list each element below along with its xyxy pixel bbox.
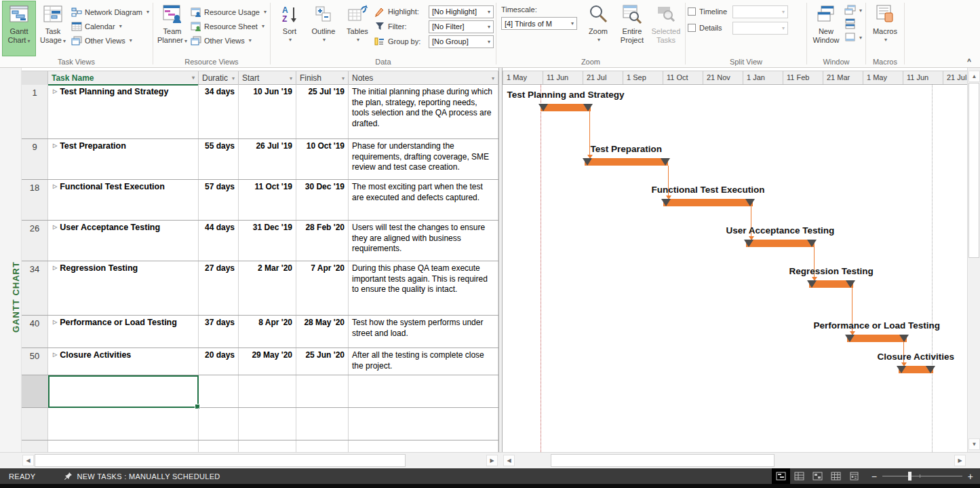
start-cell[interactable]: 10 Jun '19: [239, 85, 296, 138]
gantt-summary-bar[interactable]: [746, 240, 815, 247]
start-cell[interactable]: 8 Apr '20: [239, 316, 296, 348]
task-name-cell[interactable]: ▷Functional Test Execution: [48, 180, 199, 220]
resource-sheet-button[interactable]: Resource Sheet▾: [189, 19, 268, 33]
empty-cell[interactable]: [239, 408, 296, 440]
empty-cell[interactable]: [239, 440, 296, 452]
zoom-button[interactable]: Zoom ▾: [581, 1, 615, 56]
tables-button[interactable]: Tables ▾: [340, 1, 374, 56]
gantt-view-button[interactable]: [772, 468, 790, 484]
zoom-out-icon[interactable]: −: [871, 473, 877, 480]
notes-cell[interactable]: The most exciting part when the test are…: [349, 180, 498, 220]
task-name-cell[interactable]: ▷Closure Activities: [48, 348, 199, 375]
table-scroll-thumb[interactable]: [35, 454, 406, 467]
finish-cell[interactable]: 28 May '20: [296, 316, 349, 348]
sheet-view-button[interactable]: [827, 468, 845, 484]
zoom-in-icon[interactable]: +: [968, 473, 973, 480]
empty-cell[interactable]: [48, 440, 199, 452]
empty-cell[interactable]: [296, 375, 349, 407]
duration-cell[interactable]: 20 days: [199, 348, 239, 375]
task-usage-button[interactable]: Task Usage▾: [36, 1, 70, 56]
new-window-button[interactable]: New Window: [809, 1, 843, 56]
duration-cell[interactable]: 57 days: [199, 180, 239, 220]
empty-cell[interactable]: [199, 375, 239, 407]
column-header-duratic[interactable]: Duratic▾: [199, 71, 239, 85]
finish-cell[interactable]: 25 Jun '20: [296, 348, 349, 375]
filter-arrow-icon[interactable]: ▾: [192, 75, 195, 81]
gantt-summary-bar[interactable]: [541, 104, 591, 111]
row-number[interactable]: 40: [22, 316, 48, 348]
empty-cell[interactable]: [349, 440, 498, 452]
task-name-cell[interactable]: ▷User Acceptance Testing: [48, 221, 199, 261]
sort-button[interactable]: AZ Sort ▾: [273, 1, 307, 56]
filter-select[interactable]: [No Filter]▾: [429, 20, 494, 33]
vertical-scroll-thumb[interactable]: [968, 83, 979, 258]
finish-cell[interactable]: 30 Dec '19: [296, 180, 349, 220]
notes-cell[interactable]: Users will test the changes to ensure th…: [349, 221, 498, 261]
outline-button[interactable]: Outline ▾: [307, 1, 340, 56]
duration-cell[interactable]: 27 days: [199, 261, 239, 315]
switch-windows-button[interactable]: ▾: [843, 3, 863, 17]
duration-cell[interactable]: 44 days: [199, 221, 239, 261]
task-name-cell[interactable]: ▷Test Planning and Strategy: [48, 85, 199, 138]
filter-arrow-icon[interactable]: ▾: [342, 75, 345, 81]
status-ready[interactable]: READY: [9, 472, 35, 481]
filter-arrow-icon[interactable]: ▾: [232, 75, 235, 81]
notes-cell[interactable]: The initial planning phase during which …: [349, 85, 498, 138]
arrange-all-button[interactable]: [843, 17, 863, 31]
column-header-task-name[interactable]: Task Name▾: [48, 71, 199, 86]
gantt-summary-bar[interactable]: [847, 335, 907, 342]
finish-cell[interactable]: 25 Jul '19: [296, 85, 349, 138]
row-number[interactable]: 26: [22, 221, 48, 261]
gantt-scroll-thumb[interactable]: [551, 454, 775, 467]
notes-cell[interactable]: Phase for understanding the requirements…: [349, 139, 498, 179]
empty-cell[interactable]: [48, 408, 199, 440]
macros-button[interactable]: Macros ▾: [868, 1, 902, 56]
row-number[interactable]: 9: [22, 139, 48, 179]
filter-arrow-icon[interactable]: ▾: [492, 75, 494, 81]
notes-cell[interactable]: Test how the system performs under stree…: [349, 316, 498, 348]
selected-tasks-button[interactable]: Selected Tasks: [649, 1, 683, 56]
expand-triangle-icon[interactable]: ▷: [53, 319, 57, 325]
report-view-button[interactable]: [845, 468, 863, 484]
duration-cell[interactable]: 55 days: [199, 139, 239, 179]
start-cell[interactable]: 26 Jul '19: [239, 139, 296, 179]
row-number[interactable]: [22, 408, 48, 440]
filter-arrow-icon[interactable]: ▾: [290, 75, 292, 81]
expand-triangle-icon[interactable]: ▷: [53, 143, 57, 149]
expand-triangle-icon[interactable]: ▷: [53, 265, 57, 271]
zoom-slider-track[interactable]: [882, 476, 962, 476]
team-planner-button[interactable]: Team Planner▾: [155, 1, 189, 56]
finish-cell[interactable]: 10 Oct '19: [296, 139, 349, 179]
empty-cell[interactable]: [296, 440, 349, 452]
gantt-summary-bar[interactable]: [899, 366, 933, 373]
scroll-up-button[interactable]: ▲: [968, 71, 980, 82]
zoom-slider[interactable]: − +: [871, 473, 973, 480]
row-number[interactable]: 50: [22, 348, 48, 375]
details-checkbox[interactable]: Details: [688, 20, 727, 36]
gantt-chart-button[interactable]: Gantt Chart▾: [2, 1, 36, 56]
table-scroll-left-button[interactable]: ◀: [22, 455, 34, 466]
expand-triangle-icon[interactable]: ▷: [53, 224, 57, 230]
row-number[interactable]: [22, 440, 48, 452]
resource-other-views-button[interactable]: Other Views▾: [189, 33, 268, 48]
hide-window-button[interactable]: ▾: [843, 31, 863, 44]
task-name-cell[interactable]: ▷Performance or Load Testing: [48, 316, 199, 348]
start-cell[interactable]: 11 Oct '19: [239, 180, 296, 220]
duration-cell[interactable]: 37 days: [199, 316, 239, 348]
timeline-view-select[interactable]: ▾: [732, 5, 788, 18]
select-all-corner[interactable]: [22, 71, 48, 85]
resource-usage-button[interactable]: Resource Usage▾: [189, 5, 268, 19]
notes-cell[interactable]: After all the testing is complete close …: [349, 348, 498, 375]
gantt-scroll-left-button[interactable]: ◀: [503, 455, 515, 466]
scroll-down-button[interactable]: ▼: [968, 438, 980, 450]
notes-cell[interactable]: During this phase QA team execute import…: [349, 261, 498, 315]
zoom-slider-thumb[interactable]: [908, 472, 912, 481]
start-cell[interactable]: 2 Mar '20: [239, 261, 296, 315]
column-header-start[interactable]: Start▾: [239, 71, 296, 85]
expand-triangle-icon[interactable]: ▷: [53, 88, 57, 94]
details-view-select[interactable]: ▾: [732, 22, 788, 35]
column-header-finish[interactable]: Finish▾: [296, 71, 349, 85]
calendar-button[interactable]: Calendar▾: [70, 19, 151, 33]
selected-cell[interactable]: [48, 375, 199, 408]
expand-triangle-icon[interactable]: ▷: [53, 352, 57, 358]
